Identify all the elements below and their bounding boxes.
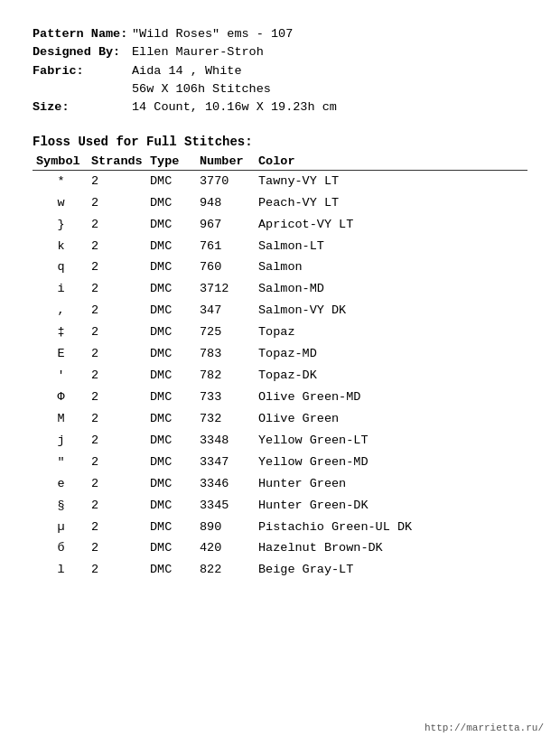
cell-strands: 2	[91, 322, 150, 344]
floss-heading: Floss Used for Full Stitches:	[33, 135, 527, 149]
page: Pattern Name: "Wild Roses" ems - 107 Des…	[0, 0, 560, 746]
cell-number: 761	[200, 236, 258, 257]
cell-number: 420	[200, 538, 258, 560]
cell-number: 3770	[200, 171, 258, 192]
pattern-name-value: "Wild Roses" ems - 107	[132, 25, 527, 43]
cell-type: DMC	[150, 408, 200, 430]
fabric-label: Fabric:	[33, 62, 132, 80]
cell-color: Peach-VY LT	[258, 192, 527, 214]
cell-type: DMC	[150, 192, 200, 214]
cell-type: DMC	[150, 366, 200, 387]
table-row: }2DMC967Apricot-VY LT	[33, 214, 527, 236]
cell-symbol: ,	[33, 301, 91, 322]
cell-strands: 2	[91, 517, 150, 538]
cell-color: Hunter Green	[258, 473, 527, 495]
cell-number: 967	[200, 214, 258, 236]
cell-color: Salmon-LT	[258, 236, 527, 257]
cell-strands: 2	[91, 171, 150, 192]
cell-strands: 2	[91, 495, 150, 517]
cell-type: DMC	[150, 214, 200, 236]
col-header-symbol: Symbol	[33, 153, 91, 171]
table-row: q2DMC760Salmon	[33, 257, 527, 279]
fabric-value-line1: Aida 14 , White	[132, 62, 527, 80]
table-row: Φ2DMC733Olive Green-MD	[33, 387, 527, 408]
cell-number: 890	[200, 517, 258, 538]
cell-strands: 2	[91, 408, 150, 430]
cell-number: 347	[200, 301, 258, 322]
table-row: §2DMC3345Hunter Green-DK	[33, 495, 527, 517]
cell-symbol: "	[33, 452, 91, 473]
table-row: M2DMC732Olive Green	[33, 408, 527, 430]
cell-color: Yellow Green-MD	[258, 452, 527, 473]
size-value: 14 Count, 10.16w X 19.23h cm	[132, 98, 527, 117]
cell-type: DMC	[150, 344, 200, 366]
cell-color: Hunter Green-DK	[258, 495, 527, 517]
cell-symbol: µ	[33, 517, 91, 538]
cell-symbol: i	[33, 279, 91, 301]
table-header-row: Symbol Strands Type Number Color	[33, 153, 527, 171]
cell-symbol: w	[33, 192, 91, 214]
size-label: Size:	[33, 98, 132, 117]
cell-symbol: '	[33, 366, 91, 387]
col-header-number: Number	[200, 153, 258, 171]
table-row: µ2DMC890Pistachio Green-UL DK	[33, 517, 527, 538]
cell-symbol: §	[33, 495, 91, 517]
cell-color: Pistachio Green-UL DK	[258, 517, 527, 538]
table-row: ,2DMC347Salmon-VY DK	[33, 301, 527, 322]
cell-symbol: Φ	[33, 387, 91, 408]
cell-type: DMC	[150, 560, 200, 582]
cell-color: Apricot-VY LT	[258, 214, 527, 236]
cell-number: 725	[200, 322, 258, 344]
cell-color: Salmon	[258, 257, 527, 279]
col-header-type: Type	[150, 153, 200, 171]
cell-strands: 2	[91, 538, 150, 560]
cell-type: DMC	[150, 301, 200, 322]
cell-strands: 2	[91, 301, 150, 322]
cell-symbol: j	[33, 430, 91, 452]
designed-by-label: Designed By:	[33, 43, 132, 61]
cell-type: DMC	[150, 387, 200, 408]
table-row: w2DMC948Peach-VY LT	[33, 192, 527, 214]
table-row: E2DMC783Topaz-MD	[33, 344, 527, 366]
table-row: '2DMC782Topaz-DK	[33, 366, 527, 387]
cell-type: DMC	[150, 473, 200, 495]
cell-symbol: *	[33, 171, 91, 192]
cell-type: DMC	[150, 538, 200, 560]
cell-color: Olive Green	[258, 408, 527, 430]
table-row: б2DMC420Hazelnut Brown-DK	[33, 538, 527, 560]
cell-symbol: б	[33, 538, 91, 560]
cell-strands: 2	[91, 366, 150, 387]
table-row: "2DMC3347Yellow Green-MD	[33, 452, 527, 473]
cell-symbol: k	[33, 236, 91, 257]
cell-strands: 2	[91, 430, 150, 452]
cell-number: 782	[200, 366, 258, 387]
footer-url: http://marrietta.ru/	[425, 723, 544, 733]
cell-symbol: l	[33, 560, 91, 582]
cell-number: 760	[200, 257, 258, 279]
cell-strands: 2	[91, 279, 150, 301]
meta-section: Pattern Name: "Wild Roses" ems - 107 Des…	[33, 25, 527, 117]
cell-number: 783	[200, 344, 258, 366]
cell-symbol: M	[33, 408, 91, 430]
cell-number: 3348	[200, 430, 258, 452]
cell-number: 948	[200, 192, 258, 214]
pattern-name-label: Pattern Name:	[33, 25, 132, 43]
cell-type: DMC	[150, 452, 200, 473]
cell-type: DMC	[150, 236, 200, 257]
cell-symbol: q	[33, 257, 91, 279]
cell-symbol: E	[33, 344, 91, 366]
col-header-color: Color	[258, 153, 527, 171]
cell-symbol: }	[33, 214, 91, 236]
cell-strands: 2	[91, 192, 150, 214]
cell-type: DMC	[150, 171, 200, 192]
table-row: l2DMC822Beige Gray-LT	[33, 560, 527, 582]
fabric-value-line2: 56w X 106h Stitches	[132, 80, 527, 98]
cell-number: 733	[200, 387, 258, 408]
fabric-row: Fabric: Aida 14 , White	[33, 62, 527, 80]
cell-strands: 2	[91, 236, 150, 257]
cell-strands: 2	[91, 473, 150, 495]
cell-number: 3347	[200, 452, 258, 473]
pattern-name-row: Pattern Name: "Wild Roses" ems - 107	[33, 25, 527, 43]
cell-symbol: ‡	[33, 322, 91, 344]
cell-color: Yellow Green-LT	[258, 430, 527, 452]
